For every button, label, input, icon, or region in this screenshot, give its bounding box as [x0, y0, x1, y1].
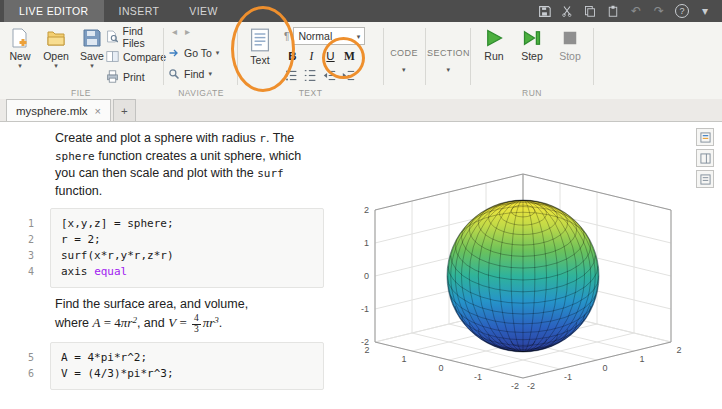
svg-text:0: 0: [438, 363, 443, 373]
chevron-down-icon[interactable]: ▾: [698, 4, 712, 18]
line-number-gutter: 56: [12, 342, 34, 390]
paragraph-intro[interactable]: Create and plot a sphere with radius r. …: [55, 130, 311, 200]
text-document-icon: [249, 28, 271, 52]
section-label-code: CODE: [390, 48, 418, 58]
find-label: Find: [184, 68, 204, 80]
open-button[interactable]: Open ▾: [38, 24, 74, 69]
section-divider: [470, 28, 471, 85]
step-icon: [522, 28, 542, 48]
save-disk-icon: [82, 28, 102, 48]
ribbon-tabs: LIVE EDITOR INSERT VIEW: [4, 0, 233, 22]
close-icon[interactable]: ×: [95, 105, 101, 117]
open-folder-icon: [46, 28, 66, 48]
indent-increase-button[interactable]: [341, 68, 356, 83]
compare-button[interactable]: Compare: [106, 48, 166, 65]
back-arrow-icon[interactable]: ◂: [172, 26, 177, 37]
section-divider: [593, 28, 594, 85]
chevron-down-icon: ▾: [54, 62, 58, 69]
chevron-down-icon: ▾: [208, 70, 212, 77]
redo-icon[interactable]: ↷: [652, 4, 666, 18]
indent-decrease-icon: [323, 69, 336, 82]
indent-decrease-button[interactable]: [322, 68, 337, 83]
go-to-label: Go To: [184, 47, 212, 59]
help-glyph: ?: [675, 4, 689, 18]
run-button[interactable]: Run: [476, 24, 512, 62]
cut-icon[interactable]: [560, 4, 574, 18]
step-label: Step: [521, 50, 543, 62]
save-button[interactable]: Save ▾: [74, 24, 110, 69]
save-icon[interactable]: [537, 4, 551, 18]
code-editor[interactable]: [x,y,z] = sphere;r = 2;surf(x*r,y*r,z*r)…: [50, 208, 324, 288]
math-equation-button[interactable]: M: [341, 47, 358, 64]
underline-button[interactable]: U: [322, 47, 339, 64]
chevron-down-icon: ▾: [216, 49, 220, 56]
print-button[interactable]: Print: [106, 68, 166, 85]
stop-icon: [560, 28, 580, 48]
ribbon-section-code[interactable]: CODE ▾: [384, 22, 424, 99]
svg-text:1: 1: [364, 238, 369, 248]
compare-icon: [106, 50, 119, 63]
find-files-icon: [106, 30, 118, 43]
live-script-document: Create and plot a sphere with radius r. …: [0, 122, 722, 409]
copy-icon[interactable]: [583, 4, 597, 18]
chevron-down-icon: ▾: [426, 66, 471, 73]
code-block-2: 56 A = 4*pi*r^2;V = (4/3)*pi*r^3;: [12, 342, 332, 390]
tab-view[interactable]: VIEW: [174, 0, 232, 22]
forward-arrow-icon[interactable]: ▸: [185, 26, 190, 37]
section-label-navigate: NAVIGATE: [164, 88, 238, 98]
new-tab-button[interactable]: +: [113, 99, 136, 121]
code-block-1: 1234 [x,y,z] = sphere;r = 2;surf(x*r,y*r…: [12, 208, 332, 288]
indent-increase-icon: [342, 69, 355, 82]
ribbon: New ▾ Open ▾ Save ▾ Find Files: [0, 22, 722, 100]
toggle-output-right-button[interactable]: [696, 149, 714, 167]
run-label: Run: [484, 50, 503, 62]
italic-button[interactable]: I: [303, 47, 320, 64]
section-label-section: SECTION: [427, 48, 470, 58]
line-number-gutter: 1234: [12, 208, 34, 288]
section-label-file: FILE: [0, 88, 162, 98]
document-body: Create and plot a sphere with radius r. …: [12, 122, 332, 396]
ribbon-section-section[interactable]: SECTION ▾: [426, 22, 471, 99]
step-button[interactable]: Step: [514, 24, 550, 62]
numbered-list-icon: [304, 69, 317, 82]
text-style-dropdown[interactable]: Normal ▾: [293, 27, 365, 45]
find-button[interactable]: Find ▾: [168, 65, 212, 82]
tab-mysphere[interactable]: mysphere.mlx ×: [6, 99, 111, 121]
code-editor[interactable]: A = 4*pi*r^2;V = (4/3)*pi*r^3;: [50, 342, 324, 390]
find-files-button[interactable]: Find Files: [106, 28, 166, 45]
text-button[interactable]: Text: [240, 24, 280, 66]
chevron-down-icon: ▾: [90, 62, 94, 69]
svg-text:1: 1: [401, 354, 406, 364]
stop-button[interactable]: Stop: [552, 24, 588, 62]
text-label: Text: [250, 54, 269, 66]
bulleted-list-button[interactable]: [284, 68, 299, 83]
hide-code-button[interactable]: [696, 170, 714, 188]
new-button[interactable]: New ▾: [2, 24, 38, 69]
new-label: New: [9, 50, 30, 62]
chevron-down-icon: ▾: [384, 66, 424, 73]
go-to-button[interactable]: Go To ▾: [168, 44, 219, 61]
tab-live-editor[interactable]: LIVE EDITOR: [4, 0, 104, 22]
svg-text:-1: -1: [361, 304, 369, 314]
undo-icon[interactable]: ↶: [629, 4, 643, 18]
svg-text:1: 1: [639, 354, 644, 364]
paragraph-formulas[interactable]: Find the surface area, and volume,where …: [55, 296, 311, 334]
output-view-controls: [696, 128, 714, 188]
ribbon-section-text: Text ¶ Normal ▾ B I U M: [238, 22, 383, 99]
document-tab-bar: mysphere.mlx × +: [0, 99, 722, 122]
paragraph-style-icon: ¶: [284, 31, 289, 42]
bold-button[interactable]: B: [284, 47, 301, 64]
numbered-list-button[interactable]: [303, 68, 318, 83]
open-label: Open: [43, 50, 69, 62]
search-icon: [168, 68, 180, 80]
help-icon[interactable]: ?: [675, 4, 689, 18]
stop-label: Stop: [559, 50, 581, 62]
go-to-icon: [168, 47, 180, 59]
svg-text:0: 0: [364, 271, 369, 281]
chevron-down-icon: ▾: [357, 33, 361, 40]
save-label: Save: [80, 50, 104, 62]
svg-text:2: 2: [364, 345, 369, 355]
toggle-output-inline-button[interactable]: [696, 128, 714, 146]
paste-icon[interactable]: [606, 4, 620, 18]
tab-insert[interactable]: INSERT: [104, 0, 175, 22]
